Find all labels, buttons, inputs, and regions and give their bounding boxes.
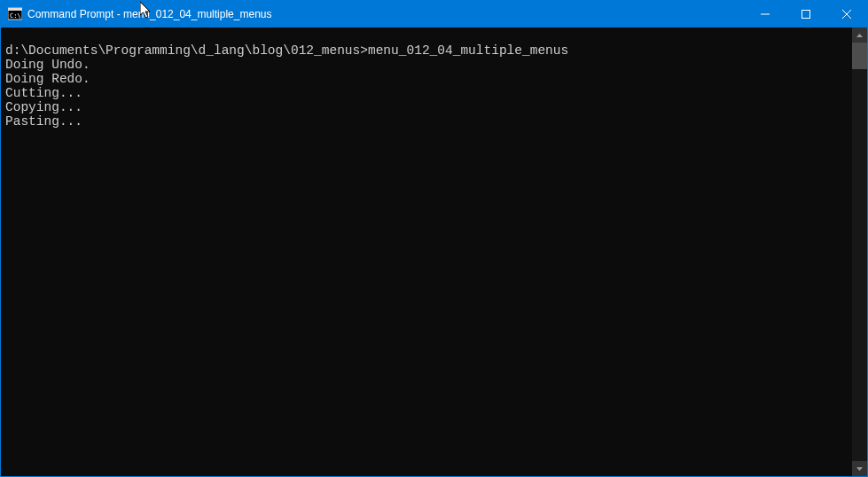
svg-rect-4 bbox=[802, 11, 810, 19]
cmd-icon: C:\ bbox=[8, 7, 22, 21]
window-controls bbox=[745, 1, 867, 27]
output-line: Copying... bbox=[5, 100, 852, 114]
prompt-path: d:\Documents\Programming\d_lang\blog\012… bbox=[5, 43, 368, 58]
window-frame: C:\ Command Prompt - menu_012_04_multipl… bbox=[0, 0, 868, 477]
svg-text:C:\: C:\ bbox=[10, 12, 21, 20]
svg-rect-1 bbox=[8, 8, 22, 11]
terminal-output[interactable]: d:\Documents\Programming\d_lang\blog\012… bbox=[1, 27, 852, 476]
scroll-track[interactable] bbox=[852, 43, 867, 461]
maximize-button[interactable] bbox=[786, 1, 826, 27]
close-button[interactable] bbox=[826, 1, 867, 27]
scroll-up-button[interactable] bbox=[852, 27, 867, 43]
command-text: menu_012_04_multiple_menus bbox=[368, 43, 568, 58]
output-line: Pasting... bbox=[5, 114, 852, 129]
svg-marker-8 bbox=[856, 467, 863, 471]
svg-marker-7 bbox=[856, 34, 863, 37]
output-line: Doing Redo. bbox=[5, 72, 852, 86]
vertical-scrollbar[interactable] bbox=[852, 27, 867, 476]
title-bar[interactable]: C:\ Command Prompt - menu_012_04_multipl… bbox=[1, 1, 867, 27]
minimize-button[interactable] bbox=[745, 1, 786, 27]
output-line: Doing Undo. bbox=[5, 58, 852, 72]
window-title: Command Prompt - menu_012_04_multiple_me… bbox=[27, 8, 745, 20]
scroll-thumb[interactable] bbox=[852, 43, 867, 69]
prompt-line: d:\Documents\Programming\d_lang\blog\012… bbox=[5, 43, 852, 58]
client-area: d:\Documents\Programming\d_lang\blog\012… bbox=[1, 27, 867, 476]
output-line: Cutting... bbox=[5, 86, 852, 100]
scroll-down-button[interactable] bbox=[852, 461, 867, 476]
blank-line bbox=[5, 29, 852, 43]
